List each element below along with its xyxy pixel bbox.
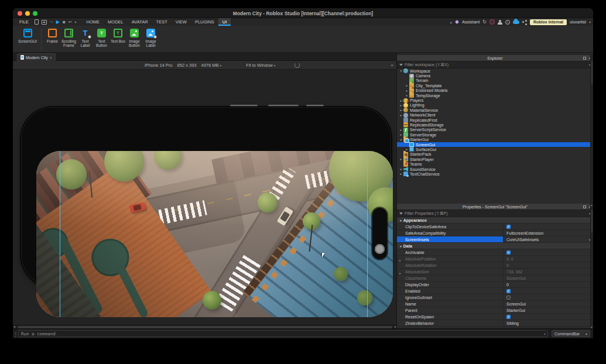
property-value[interactable] [504, 224, 593, 229]
scrollbar-thumb[interactable] [591, 210, 593, 233]
property-row-absolutesize[interactable]: AbsoluteSize733, 392 [397, 269, 593, 275]
tree-item-lighting[interactable]: ▸Lighting [397, 103, 593, 108]
file-menu[interactable]: FILE [17, 19, 31, 25]
avatar[interactable] [489, 19, 495, 25]
properties-filter-input[interactable]: Filter Properties (⇧⌘P) [397, 210, 593, 217]
property-value[interactable]: 733, 392 [504, 269, 593, 274]
command-history-caret-icon[interactable] [543, 331, 546, 336]
tree-item-replicatedfirst[interactable]: ReplicatedFirst [397, 118, 593, 122]
section-collapse-icon[interactable] [400, 218, 402, 222]
username[interactable]: uiuxartist [570, 20, 586, 24]
ribbon-button-frame[interactable]: Frame [44, 29, 60, 43]
tree-item-textchatservice[interactable]: ▸TextChatService [397, 171, 593, 176]
tree-item-workspace[interactable]: ▾Workspace [397, 68, 593, 73]
expand-arrow-icon[interactable]: ▸ [399, 104, 403, 107]
property-checkbox-archivable[interactable] [506, 250, 511, 255]
property-row-enabled[interactable]: Enabled [397, 288, 593, 294]
ribbon-button-screengui[interactable]: ScreenGUI [18, 29, 37, 43]
new-file-icon[interactable] [35, 19, 39, 25]
property-value[interactable]: ScreenGui [504, 275, 593, 281]
expand-arrow-icon[interactable]: ▾ [399, 69, 403, 73]
property-value[interactable]: CoreUISafeInsets [504, 236, 593, 242]
explorer-filter-input[interactable]: Filter workspace (⇧⌘X) [397, 61, 593, 68]
undo-icon[interactable] [69, 19, 72, 25]
property-checkbox-enabled[interactable] [506, 289, 511, 293]
properties-header[interactable]: Properties - ScreenGui "ScreenGui" × [397, 204, 593, 210]
property-row-name[interactable]: NameScreenGui [397, 301, 593, 307]
collapse-ribbon-icon[interactable] [450, 19, 452, 25]
property-checkbox-resetonspawn[interactable] [506, 315, 511, 319]
section-collapse-icon[interactable] [400, 244, 402, 248]
tree-item-surfacegui[interactable]: ▸SurfaceGui [397, 147, 593, 152]
expand-arrow-icon[interactable]: ▸ [405, 94, 409, 97]
float-panel-icon[interactable] [583, 57, 586, 60]
menu-tab-plugins[interactable]: PLUGINS [191, 18, 218, 26]
device-name[interactable]: iPhone 14 Pro [145, 63, 173, 68]
property-value[interactable] [504, 249, 593, 255]
property-section-data[interactable]: Data [397, 243, 593, 249]
play-icon[interactable] [56, 19, 60, 25]
ribbon-button-image-button[interactable]: Image Button [126, 29, 142, 47]
stop-icon[interactable] [63, 19, 66, 25]
user-menu-caret-icon[interactable] [589, 19, 591, 25]
expand-arrow-icon[interactable]: ▸ [405, 84, 409, 87]
property-value[interactable]: 0 [504, 262, 593, 268]
tree-item-terrain[interactable]: Terrain [397, 78, 593, 83]
fit-to-window-select[interactable]: Fit to Window [246, 63, 275, 68]
cloud-sync-icon[interactable] [513, 20, 519, 24]
expand-arrow-icon[interactable]: ▸ [399, 167, 403, 171]
property-value[interactable]: ScreenGui [504, 301, 593, 307]
command-input[interactable]: Run a command [18, 330, 548, 337]
ribbon-button-image-label[interactable]: Image Label [143, 29, 159, 47]
menu-tab-home[interactable]: HOME [83, 18, 104, 26]
tree-item-tempstorage[interactable]: ▸TempStorage [397, 93, 593, 98]
document-tab[interactable]: Modern City × [17, 53, 56, 61]
property-value[interactable]: FullscreenExtension [504, 230, 593, 236]
property-row-classname[interactable]: ClassNameScreenGui [397, 275, 593, 281]
property-value[interactable]: Sibling [504, 320, 593, 326]
tree-item-teams[interactable]: Teams [397, 162, 593, 166]
share-icon[interactable] [522, 20, 527, 25]
ribbon-button-text-label[interactable]: TText Label [77, 29, 93, 47]
expand-arrow-icon[interactable]: ▸ [399, 157, 403, 161]
property-row-safeareacompatibility[interactable]: SafeAreaCompatibilityFullscreenExtension [397, 230, 593, 236]
property-row-archivable[interactable]: Archivable [397, 249, 593, 256]
properties-scrollbar[interactable] [590, 204, 593, 328]
command-bar-selector[interactable]: CommandBar [552, 330, 590, 337]
tree-item-networkclient[interactable]: ▸NetworkClient [397, 113, 593, 118]
sync-icon[interactable] [482, 19, 487, 25]
property-value[interactable] [504, 314, 593, 320]
tree-item-players[interactable]: ▸Players [397, 98, 593, 102]
property-row-parent[interactable]: ParentStarterGui [397, 307, 593, 314]
menu-tab-test[interactable]: TEST [152, 18, 172, 26]
more-icon[interactable] [75, 19, 77, 25]
property-row-ignoreguiinset[interactable]: IgnoreGuiInset [397, 294, 593, 301]
redo-icon[interactable] [50, 19, 53, 25]
property-row-absoluteposition[interactable]: AbsolutePosition0, 0 [397, 256, 593, 262]
tree-item-endorsed-models[interactable]: ▸Endorsed Models [397, 88, 593, 93]
tree-item-startergui[interactable]: ▾StarterGui [397, 137, 593, 142]
assistant-button[interactable]: Assistant [462, 19, 480, 25]
explorer-header[interactable]: Explorer × [397, 55, 593, 61]
tree-item-starterpack[interactable]: StarterPack [397, 152, 593, 157]
property-row-cliptodevicesafearea[interactable]: ClipToDeviceSafeArea [397, 224, 593, 230]
property-row-displayorder[interactable]: DisplayOrder0 [397, 281, 593, 288]
tree-item-screengui[interactable]: ScreenGui [397, 142, 593, 147]
property-checkbox-cliptodevicesafearea[interactable] [506, 225, 511, 229]
property-value[interactable]: StarterGui [504, 307, 593, 313]
expand-arrow-icon[interactable]: ▸ [399, 133, 403, 136]
property-checkbox-ignoreguiinset[interactable] [506, 296, 511, 300]
property-row-resetonspawn[interactable]: ResetOnSpawn [397, 314, 593, 320]
notifications-icon[interactable]: i [505, 20, 510, 25]
property-row-absoluterotation[interactable]: AbsoluteRotation0 [397, 262, 593, 269]
tree-item-soundservice[interactable]: ▸SoundService [397, 167, 593, 171]
close-tab-icon[interactable]: × [50, 56, 52, 60]
expand-arrow-icon[interactable]: ▸ [399, 172, 403, 176]
menu-tab-ui[interactable]: UI [218, 18, 231, 26]
property-value[interactable] [504, 294, 593, 300]
title-bar[interactable]: Modern City - Roblox Studio [Internal][C… [13, 8, 593, 18]
float-panel-icon[interactable] [583, 205, 586, 208]
ribbon-button-scrolling-frame[interactable]: Scrolling Frame [61, 29, 77, 47]
expand-arrow-icon[interactable]: ▸ [405, 89, 409, 92]
menu-tab-view[interactable]: VIEW [172, 18, 191, 26]
